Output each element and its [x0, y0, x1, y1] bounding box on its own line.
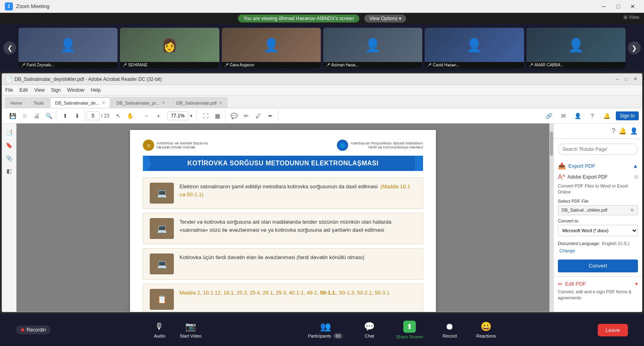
video-button[interactable]: 📷 Start Video — [175, 319, 206, 341]
sign-in-btn[interactable]: Sign In — [616, 111, 639, 120]
pdf-maximize-btn[interactable]: □ — [623, 76, 630, 83]
edit-expand-icon[interactable]: ▾ — [635, 281, 638, 287]
item-text-4: Maddə 2, 10.1.12, 16.1, 25.3, 25.4, 26.1… — [180, 289, 390, 297]
video-prev-btn[interactable]: ❮ — [3, 41, 16, 54]
video-next-btn[interactable]: ❯ — [628, 41, 641, 54]
page-input[interactable] — [87, 111, 99, 120]
menu-file[interactable]: File — [5, 87, 13, 93]
tab-file1[interactable]: DB_Satinalmalar_de... ✕ — [50, 97, 110, 108]
stamp-btn[interactable]: ✒ — [265, 110, 276, 122]
zoom-in-btn[interactable]: + — [153, 110, 164, 122]
logo-right-line1: Azərbaycan Respublikası İqtisadi İslahat… — [351, 141, 423, 145]
adobe-copy-icon[interactable]: ⧉ — [634, 174, 638, 180]
hand-tool[interactable]: ✋ — [125, 110, 136, 122]
tab-file3-label: DB_Satinalmalar.pdf — [176, 101, 217, 105]
item-text-1: Elektron satınalmanın şamil edildiyi met… — [180, 183, 416, 198]
logo-left-line2: Nəzarət Dövlət Xidməti — [157, 145, 208, 149]
menu-edit[interactable]: Edit — [19, 87, 28, 93]
pdf-file-chip: DB_Satinal...shikler.pdf ✕ — [558, 205, 638, 215]
thumbnail-btn[interactable]: ▦ — [212, 110, 223, 122]
doc-lang-value: English (U.S.) — [602, 241, 630, 246]
close-btn[interactable]: ✕ — [626, 1, 639, 12]
select-tool[interactable]: ↖ — [113, 110, 124, 122]
side-layers-btn[interactable]: ◧ — [4, 165, 15, 177]
participant-name-6: ANAR CABBA... — [535, 63, 564, 67]
export-collapse-icon[interactable]: ▲ — [633, 163, 638, 169]
pdf-scrollbar[interactable] — [549, 124, 553, 312]
chat-button[interactable]: 💬 Chat — [357, 319, 382, 341]
leave-button[interactable]: Leave — [598, 324, 628, 336]
reactions-button[interactable]: 😀 Reactions — [471, 319, 501, 341]
adobe-export-row: Aᴬ Adobe Export PDF ⧉ — [558, 173, 638, 181]
tab-file2-close[interactable]: ✕ — [162, 101, 165, 105]
side-page-btn[interactable]: 📑 — [4, 127, 15, 138]
zoom-bottom-toolbar: Recordin 🎙 Audio 📷 Start Video 👥 Partici… — [0, 314, 644, 346]
save-btn[interactable]: 💾 — [7, 110, 18, 122]
view-options-button[interactable]: View Options ▾ — [364, 14, 406, 23]
view-label[interactable]: ⊞ View — [623, 14, 639, 20]
search-input[interactable] — [558, 144, 638, 155]
zoom-dropdown-icon[interactable]: ▾ — [190, 113, 192, 119]
side-bookmark-btn[interactable]: 🔖 — [4, 140, 15, 151]
user-btn[interactable]: 👤 — [572, 110, 584, 122]
tab-file1-label: DB_Satinalmalar_de... — [55, 101, 99, 105]
menu-view[interactable]: View — [34, 87, 45, 93]
tab-file2[interactable]: DB_Satinalmalar_pr... ✕ — [111, 97, 170, 108]
help-btn[interactable]: ? — [587, 110, 598, 122]
record-button[interactable]: ⏺ Record — [438, 319, 462, 341]
edit-pdf-header[interactable]: ✏ Edit PDF ▾ — [558, 281, 638, 287]
prev-page-btn[interactable]: ⬆ — [60, 110, 71, 122]
notification-btn[interactable]: 🔔 — [601, 110, 613, 122]
fit-page-btn[interactable]: ⛶ — [200, 110, 211, 122]
print-btn[interactable]: 🖨 — [31, 110, 42, 122]
zoom-out-btn[interactable]: − — [141, 110, 152, 122]
minimize-btn[interactable]: ─ — [597, 1, 610, 12]
panel-help-icon[interactable]: ? — [612, 128, 615, 135]
export-pdf-header[interactable]: 📤 Export PDF ▲ — [558, 162, 638, 170]
search-btn[interactable]: 🔍 — [43, 110, 54, 122]
tab-home[interactable]: Home — [5, 97, 27, 108]
tab-tools[interactable]: Tools — [28, 97, 49, 108]
share-screen-button[interactable]: ⬆ Share Screen — [391, 318, 428, 342]
menu-sign[interactable]: Sign — [51, 87, 61, 93]
maximize-btn[interactable]: □ — [612, 1, 625, 12]
share-btn[interactable]: 🔗 — [543, 110, 555, 122]
logo-right-circle: 🌐 — [337, 140, 348, 151]
participants-count: 69 — [333, 333, 343, 339]
tab-file1-close[interactable]: ✕ — [102, 101, 105, 105]
pdf-scrollbar-thumb[interactable] — [550, 132, 553, 156]
doc-lang-change[interactable]: Change — [559, 248, 575, 253]
selected-file-name: DB_Satinal...shikler.pdf — [561, 208, 607, 212]
menu-help[interactable]: Help — [91, 87, 101, 93]
audio-button[interactable]: 🎙 Audio — [147, 319, 171, 341]
participants-button[interactable]: 👥 Participants 69 — [303, 319, 348, 341]
panel-user-icon[interactable]: 👤 — [630, 127, 638, 135]
convert-to-select[interactable]: Microsoft Word (*.docx) — [558, 225, 638, 236]
pdf-minimize-btn[interactable]: ─ — [614, 76, 621, 83]
video-tile-5: 👤 🎤 Cavid Həsən... — [425, 28, 524, 68]
pdf-item-1: 💻 Elektron satınalmanın şamil edildiyi m… — [143, 177, 423, 209]
menu-window[interactable]: Window — [67, 87, 85, 93]
tab-file3-close[interactable]: ✕ — [219, 101, 222, 105]
pdf-close-btn[interactable]: ✕ — [632, 76, 639, 83]
draw-btn[interactable]: ✏ — [241, 110, 252, 122]
logo-left-line1: Antiinhisar və İstehlak Bazarına — [157, 141, 208, 145]
comment-btn[interactable]: 💬 — [229, 110, 240, 122]
mail-btn[interactable]: ✉ — [558, 110, 569, 122]
logo-left-circle: ⚖ — [143, 140, 154, 151]
highlight-btn[interactable]: 🖊 — [253, 110, 264, 122]
pdf-content-area[interactable]: ⚖ Antiinhisar və İstehlak Bazarına Nəzar… — [17, 124, 549, 312]
mic-icon-4: 🎤 — [326, 63, 330, 67]
side-attach-btn[interactable]: 📎 — [4, 152, 15, 164]
convert-button[interactable]: Convert — [558, 260, 638, 272]
panel-bell-icon[interactable]: 🔔 — [619, 127, 627, 135]
zoom-banner: You are viewing Əhməd Həsənov-AİBNDX's s… — [0, 13, 644, 24]
reactions-icon: 😀 — [481, 321, 491, 332]
tab-file3[interactable]: DB_Satinalmalar.pdf ✕ — [171, 97, 227, 108]
export-pdf-label: Export PDF — [568, 163, 595, 169]
bookmark-btn[interactable]: ☆ — [19, 110, 30, 122]
next-page-btn[interactable]: ⬇ — [72, 110, 83, 122]
logo-right-line2: Təhlil və Kommunikasiya Mərkəzi — [351, 145, 423, 149]
file-chip-close[interactable]: ✕ — [630, 207, 634, 213]
zoom-input[interactable] — [167, 111, 188, 120]
